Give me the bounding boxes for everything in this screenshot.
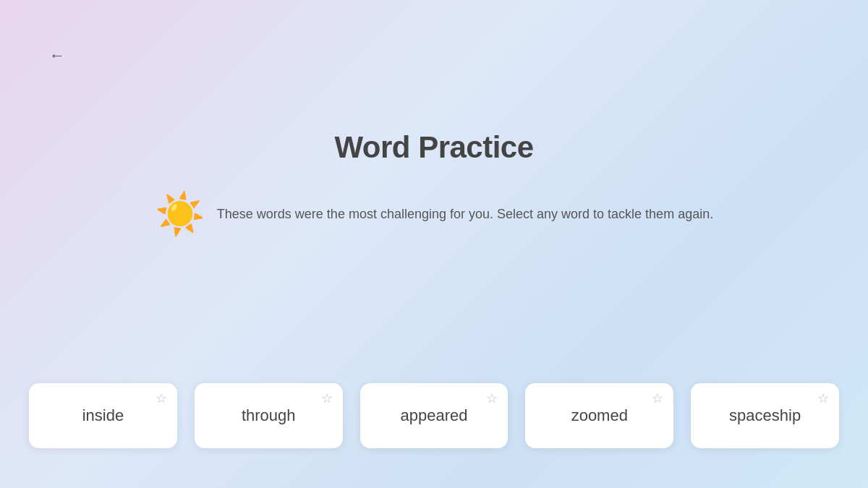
word-card-text: zoomed	[571, 406, 628, 425]
word-card-text: inside	[82, 406, 124, 425]
sun-emoji: ☀️	[155, 194, 205, 234]
word-card[interactable]: ☆inside	[29, 383, 177, 448]
main-content: Word Practice ☀️ These words were the mo…	[0, 0, 868, 278]
word-card[interactable]: ☆zoomed	[525, 383, 673, 448]
star-icon[interactable]: ☆	[156, 392, 167, 405]
word-cards-container: ☆inside☆through☆appeared☆zoomed☆spaceshi…	[0, 383, 868, 448]
page-title: Word Practice	[334, 130, 533, 165]
star-icon[interactable]: ☆	[817, 392, 829, 405]
back-button[interactable]: ←	[43, 43, 71, 68]
star-icon[interactable]: ☆	[652, 392, 663, 405]
star-icon[interactable]: ☆	[486, 392, 498, 405]
description-row: ☀️ These words were the most challenging…	[155, 194, 713, 234]
word-card[interactable]: ☆through	[195, 383, 343, 448]
word-card[interactable]: ☆spaceship	[691, 383, 839, 448]
word-card-text: through	[242, 406, 296, 425]
description-text: These words were the most challenging fo…	[217, 207, 713, 222]
word-card[interactable]: ☆appeared	[360, 383, 509, 448]
word-card-text: appeared	[401, 406, 468, 425]
star-icon[interactable]: ☆	[321, 392, 333, 405]
word-card-text: spaceship	[729, 406, 801, 425]
